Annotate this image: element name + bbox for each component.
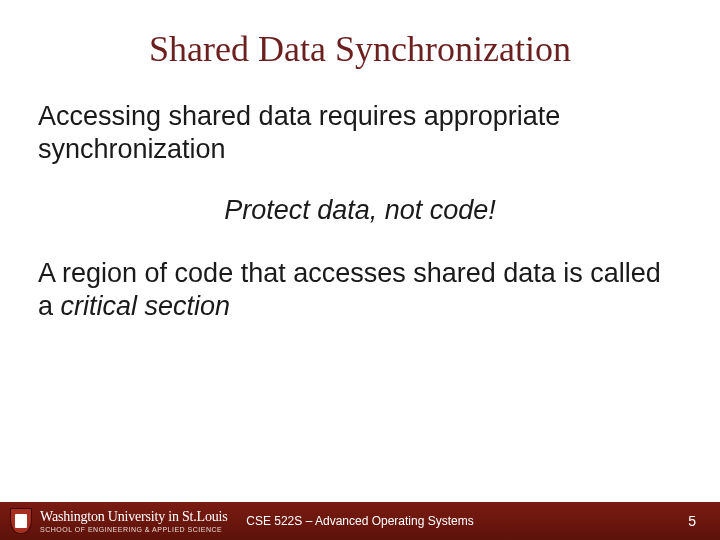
logo-university-name: Washington University in St.Louis bbox=[40, 510, 228, 524]
logo-text: Washington University in St.Louis SCHOOL… bbox=[40, 510, 228, 533]
shield-inner-icon bbox=[15, 514, 27, 528]
slide-title: Shared Data Synchronization bbox=[0, 28, 720, 70]
shield-icon bbox=[10, 508, 32, 534]
course-label: CSE 522S – Advanced Operating Systems bbox=[246, 514, 473, 528]
footer-bar: Washington University in St.Louis SCHOOL… bbox=[0, 502, 720, 540]
paragraph-1: Accessing shared data requires appropria… bbox=[38, 100, 682, 166]
critical-section-term: critical section bbox=[61, 291, 231, 321]
page-number: 5 bbox=[688, 513, 696, 529]
logo-school-name: SCHOOL OF ENGINEERING & APPLIED SCIENCE bbox=[40, 526, 228, 533]
paragraph-2: A region of code that accesses shared da… bbox=[38, 257, 682, 323]
university-logo: Washington University in St.Louis SCHOOL… bbox=[0, 502, 242, 540]
slide-body: Accessing shared data requires appropria… bbox=[0, 100, 720, 502]
emphasis-line: Protect data, not code! bbox=[38, 194, 682, 227]
slide: Shared Data Synchronization Accessing sh… bbox=[0, 0, 720, 540]
